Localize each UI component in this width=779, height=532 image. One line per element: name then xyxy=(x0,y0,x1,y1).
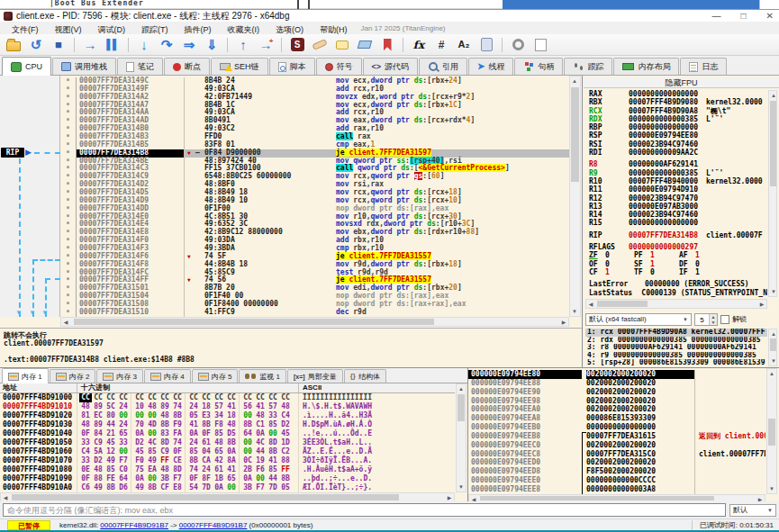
dump-tab[interactable]: 内存 2 xyxy=(50,369,96,383)
argument-row[interactable]: 5: [rsp+28] 000086E815393309 000086E8153… xyxy=(585,359,767,367)
patch-button[interactable] xyxy=(310,36,330,54)
dump-tab[interactable]: 内存 5 xyxy=(192,369,239,383)
settings-button[interactable] xyxy=(508,36,528,54)
dump-row[interactable]: 00007FFF4BD9105033C94533D24C8D742461488B… xyxy=(0,438,455,447)
command-profile-select[interactable]: 默认 ▼ xyxy=(729,504,776,517)
register-row[interactable]: RCX00007FFF4B9D90A8"椭\t" xyxy=(589,107,767,115)
menu-item[interactable]: 视图(V) xyxy=(47,25,90,34)
register-row[interactable]: R800000000AF629141 xyxy=(589,160,767,168)
argument-row[interactable]: 1: rcx 00007FFF4B9D90A8 kernel32.00007FF… xyxy=(585,329,767,337)
stack-row[interactable]: 000000E09794EEA00020002000200020 xyxy=(468,405,765,414)
tab-notes[interactable]: 笔记 xyxy=(117,58,163,75)
stack-row[interactable]: 000000E09794EED8F8F5002000200020 xyxy=(468,467,765,476)
tab-trace[interactable]: 跟踪 xyxy=(564,58,612,75)
calling-convention-select[interactable]: 默认 (x64 fastcall) ▼ xyxy=(585,313,692,326)
last-status-row[interactable]: LastStatusC0000139 (STATUS_ENTRYPOINT_N xyxy=(589,289,767,297)
register-row[interactable]: R90000000000000385L'΅' xyxy=(589,169,767,177)
tab-memmap[interactable]: 内存布局 xyxy=(613,58,679,75)
dump-row[interactable]: 00007FFF4BD9101048895C241048897424185741… xyxy=(0,402,455,411)
dump-row[interactable]: 00007FFF4BD91060C45A12004585C90F8504650A… xyxy=(0,447,455,456)
argument-row[interactable]: 2: rdx 0000000000000385 0000000000000385 xyxy=(585,337,767,345)
stack-row[interactable]: 000000E09794EEA8000086E815393309 xyxy=(468,414,765,423)
menu-item[interactable]: 跟踪(T) xyxy=(133,25,177,34)
calculator-button[interactable] xyxy=(476,36,496,54)
register-row[interactable]: RBX00007FFF4B9D9080kernel32.0000 xyxy=(589,98,767,106)
disassembly-hscrollbar[interactable]: ◀ ▶ xyxy=(60,317,569,327)
register-row[interactable]: RSP000000E09794EE80 xyxy=(589,131,767,140)
dump-tab[interactable]: 内存 3 xyxy=(96,369,143,383)
stack-row[interactable]: 000000E09794EEB00000000000000000 xyxy=(468,423,765,432)
tab-callstack[interactable]: 调用堆栈 xyxy=(52,58,116,75)
tab-source[interactable]: <>源代码 xyxy=(363,58,419,75)
status-address-link[interactable]: 00007FFF4B9D91B7 xyxy=(100,521,168,529)
command-input[interactable] xyxy=(3,503,726,517)
run-to-user-button[interactable]: → xyxy=(256,36,276,54)
dump-tab[interactable]: {}结构体 xyxy=(344,369,386,383)
stack-row[interactable]: 000000E09794EEE0000000000000CCCC xyxy=(468,476,765,485)
stack-vscrollbar[interactable]: ▲ ▼ xyxy=(766,368,777,494)
dump-row[interactable]: 00007FFF4BD910900F88FE640A003BF70F8F1B65… xyxy=(0,474,455,483)
label-button[interactable] xyxy=(355,36,375,54)
register-row[interactable]: RAX0000000000000000 xyxy=(589,90,767,98)
menu-item[interactable]: 插件(P) xyxy=(177,25,220,34)
menu-item[interactable]: 帮助(H) xyxy=(312,25,356,34)
register-row[interactable]: RSI0000023B94C97460 xyxy=(589,140,767,149)
register-row[interactable]: R11000000E09794D910 xyxy=(589,185,767,194)
trace-into-button[interactable]: ⇒ xyxy=(179,36,199,54)
tab-threads[interactable]: ➤线程 xyxy=(468,58,513,75)
dump-vscrollbar[interactable]: ▲ ▼ xyxy=(456,383,466,492)
register-row[interactable]: RBP0000000000000000 xyxy=(589,123,767,131)
close-button[interactable]: ✕ xyxy=(766,10,774,23)
minimize-button[interactable]: — xyxy=(712,10,721,23)
tab-log[interactable]: 日志 xyxy=(680,58,727,75)
flags-row[interactable]: CF1TF0IF1 xyxy=(589,268,767,276)
argument-count-stepper[interactable]: 5 ▲▼ xyxy=(694,313,718,326)
last-status-row[interactable]: LastError00000000 (ERROR_SUCCESS) xyxy=(589,280,767,288)
hide-fpu-button[interactable]: 隐藏FPU xyxy=(584,77,779,88)
step-into-button[interactable]: ↓ xyxy=(134,36,154,54)
register-row[interactable]: R150000000000000000 xyxy=(589,219,767,227)
argument-row[interactable]: 3: r8 00000000AF629141 00000000AF629141 xyxy=(585,344,767,352)
argument-row[interactable]: 4: r9 0000000000000385 0000000000000385 xyxy=(585,352,767,360)
stack-row[interactable]: 000000E09794EEE800000000000003A8 xyxy=(468,485,765,494)
arguments-vscrollbar[interactable]: ▲ ▼ xyxy=(768,329,777,366)
strings-button[interactable]: A₂ xyxy=(454,36,474,54)
menu-item[interactable]: 文件(F) xyxy=(4,25,47,34)
dump-tab[interactable]: 内存 1 xyxy=(2,368,49,383)
tab-handles[interactable]: 句柄 xyxy=(514,58,563,75)
log-window-button[interactable] xyxy=(530,36,550,54)
open-folder-button[interactable] xyxy=(4,36,23,54)
registers-hscrollbar[interactable]: ◀ ▶ xyxy=(585,299,767,309)
tab-script[interactable]: 脚本 xyxy=(269,58,315,75)
register-row[interactable]: RDI000000000009AA2C xyxy=(589,149,767,157)
register-row[interactable]: RFLAGS0000000000000297 xyxy=(589,243,767,251)
dump-row[interactable]: 00007FFF4BD9107033D249F7F049FFCE8BCA428A… xyxy=(0,456,455,465)
run-button[interactable]: → xyxy=(80,36,100,54)
unlock-checkbox[interactable] xyxy=(720,315,729,324)
register-row[interactable]: R13000000E097AB3000 xyxy=(589,203,767,211)
registers-vscrollbar[interactable]: ▲ ▼ xyxy=(768,90,777,297)
restart-button[interactable]: ↺ xyxy=(26,36,46,54)
register-row[interactable]: RDX0000000000000385L'΅' xyxy=(589,115,767,123)
disassembly-vscrollbar[interactable]: ▲ ▼ xyxy=(569,76,581,317)
register-row[interactable]: RIP00007FF7DEA314B8client.00007F xyxy=(589,231,767,239)
status-address-link[interactable]: 00007FFF4B9D91B7 xyxy=(179,521,248,529)
stack-row[interactable]: 000000E09794EEC800007FF7DEA315C0client.0… xyxy=(468,450,765,459)
dump-row[interactable]: 00007FFF4BD9102081EC80000000488B05E33418… xyxy=(0,411,455,420)
dump-row[interactable]: 00007FFF4BD910A0C6498BD6498BCFE8547D0A00… xyxy=(0,483,455,492)
flags-row[interactable]: OF0SF1DF0 xyxy=(589,260,767,268)
stack-row[interactable]: 000000E09794EE980020002000200020 xyxy=(468,397,765,406)
dump-tab[interactable]: 监视 1 xyxy=(239,369,286,383)
menu-item[interactable]: 调试(D) xyxy=(90,25,134,34)
tab-references[interactable]: 引用 xyxy=(419,58,467,75)
stack-row[interactable]: 000000E09794EE900020002000200020 xyxy=(468,388,765,397)
breakpoint-dot[interactable]: • xyxy=(60,309,77,317)
dump-row[interactable]: 00007FFF4BD910400F8421650A0083FA0A0F85D5… xyxy=(0,429,455,438)
disasm-row[interactable]: •00007FF7DEA3151041:FFC9dec r9d xyxy=(60,309,569,317)
step-out-button[interactable]: ↑ xyxy=(233,36,253,54)
dump-row[interactable]: 00007FFF4BD91000CCCCCCCCCCCCCCCCCCCCCCCC… xyxy=(0,393,455,402)
maximize-button[interactable]: □ xyxy=(741,10,747,23)
scylla-button[interactable]: S xyxy=(287,36,307,54)
stop-button[interactable]: ■ xyxy=(49,36,68,54)
dump-tab[interactable]: [x=]局部变量 xyxy=(287,369,343,383)
